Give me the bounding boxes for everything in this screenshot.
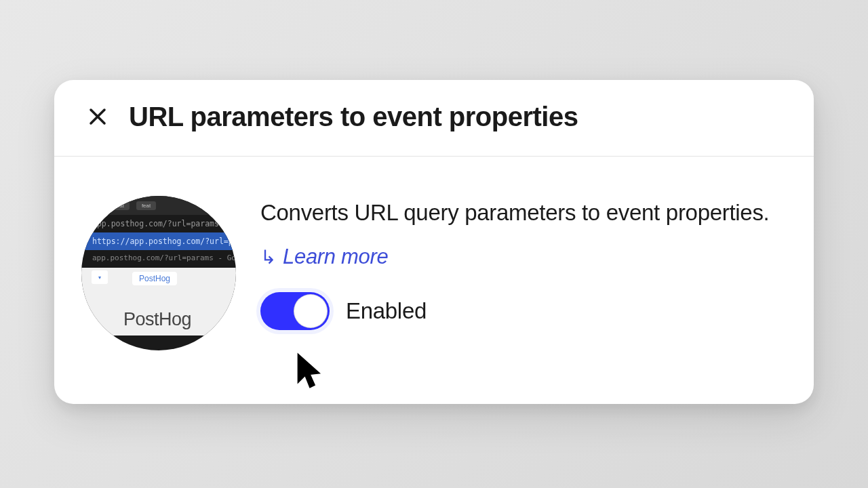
learn-more-row: ↳ Learn more bbox=[260, 245, 787, 269]
browser-tab-pill: feat bbox=[136, 201, 156, 210]
app-icon-wrapper: ◦ feat feat app.posthog.com/?url=params … bbox=[81, 196, 236, 350]
url-suggestion: app.posthog.com/?url=params bbox=[81, 215, 236, 232]
modal-title: URL parameters to event properties bbox=[129, 102, 578, 132]
app-icon: ◦ feat feat app.posthog.com/?url=params … bbox=[81, 196, 236, 350]
settings-modal: URL parameters to event properties ◦ fea… bbox=[54, 80, 814, 404]
enable-toggle-row: Enabled bbox=[260, 292, 787, 330]
close-button[interactable] bbox=[81, 100, 114, 133]
browser-tab-pill: feat bbox=[110, 201, 130, 210]
url-suggestion: app.posthog.com/?url=params - Go bbox=[81, 250, 236, 268]
toggle-label: Enabled bbox=[346, 298, 427, 324]
close-icon bbox=[87, 106, 108, 127]
toggle-knob bbox=[294, 294, 328, 328]
url-suggestion-highlighted: https://app.posthog.com/?url=params bbox=[81, 232, 236, 250]
browser-mockup: ◦ feat feat app.posthog.com/?url=params … bbox=[81, 196, 236, 350]
posthog-logo-text: PostHog bbox=[123, 309, 191, 330]
app-description: Converts URL query parameters to event p… bbox=[260, 196, 787, 230]
learn-more-link[interactable]: Learn more bbox=[283, 245, 389, 269]
enable-toggle[interactable] bbox=[260, 292, 330, 330]
posthog-tab-label: PostHog bbox=[132, 272, 177, 285]
dropdown-chip: ▾ bbox=[92, 270, 108, 284]
browser-content-area: ▾ PostHog PostHog bbox=[81, 268, 236, 336]
modal-body: ◦ feat feat app.posthog.com/?url=params … bbox=[54, 157, 814, 378]
modal-header: URL parameters to event properties bbox=[54, 80, 814, 157]
arrow-right-down-icon: ↳ bbox=[260, 246, 276, 268]
content-column: Converts URL query parameters to event p… bbox=[260, 196, 787, 350]
browser-tabs-bar: ◦ feat feat bbox=[81, 196, 236, 215]
